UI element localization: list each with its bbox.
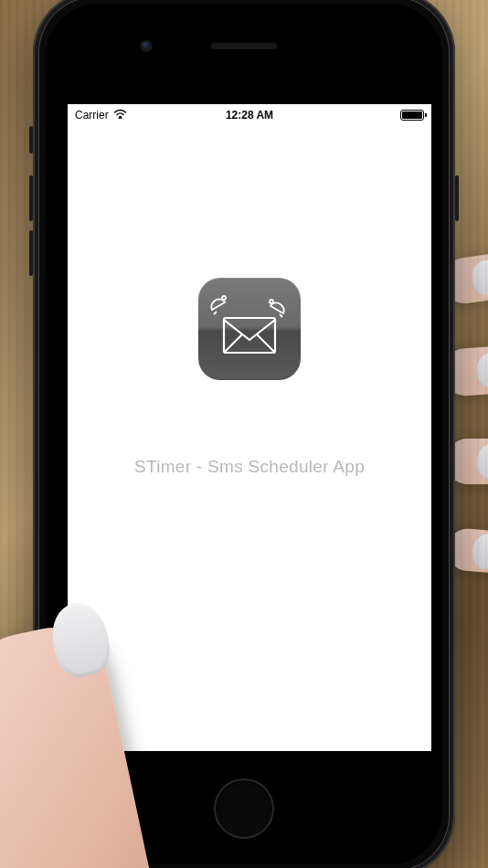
envelope-bells-icon [204,292,295,365]
app-title: STimer - Sms Scheduler App [134,457,365,477]
splash-screen: STimer - Sms Scheduler App [68,104,431,751]
svg-rect-5 [224,318,275,353]
svg-line-1 [214,312,217,314]
volume-up-button [29,175,33,221]
svg-point-2 [222,296,226,300]
home-button[interactable] [216,780,272,837]
front-camera [140,39,153,52]
mute-switch [29,126,33,153]
svg-point-4 [270,300,273,303]
svg-line-3 [280,314,282,317]
screen: Carrier 12:28 AM [68,104,431,751]
earpiece [211,42,277,49]
volume-down-button [29,230,33,276]
app-icon [198,278,301,380]
power-button [455,175,459,221]
